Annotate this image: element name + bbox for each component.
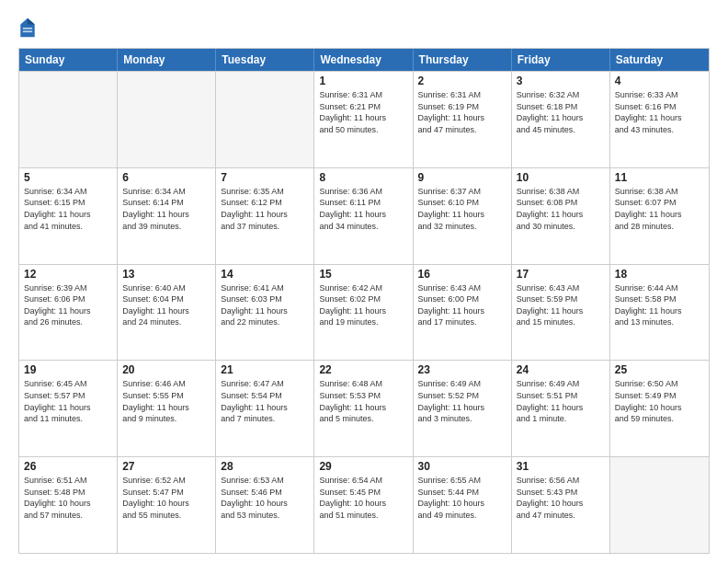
- day-info: Sunrise: 6:31 AM Sunset: 6:21 PM Dayligh…: [319, 89, 407, 135]
- weekday-header-saturday: Saturday: [610, 49, 709, 71]
- day-number: 23: [418, 363, 506, 376]
- calendar-day-13: 13Sunrise: 6:40 AM Sunset: 6:04 PM Dayli…: [118, 265, 216, 361]
- day-number: 18: [615, 268, 704, 281]
- calendar-day-5: 5Sunrise: 6:34 AM Sunset: 6:15 PM Daylig…: [19, 168, 118, 264]
- calendar-empty-cell: [610, 457, 709, 553]
- calendar-day-16: 16Sunrise: 6:43 AM Sunset: 6:00 PM Dayli…: [414, 265, 512, 361]
- calendar-page: SundayMondayTuesdayWednesdayThursdayFrid…: [0, 0, 728, 563]
- day-info: Sunrise: 6:40 AM Sunset: 6:04 PM Dayligh…: [122, 282, 210, 328]
- calendar-row-2: 12Sunrise: 6:39 AM Sunset: 6:06 PM Dayli…: [19, 264, 709, 361]
- logo-icon: [18, 17, 37, 39]
- day-number: 20: [122, 363, 210, 376]
- calendar-day-17: 17Sunrise: 6:43 AM Sunset: 5:59 PM Dayli…: [512, 265, 610, 361]
- calendar-day-3: 3Sunrise: 6:32 AM Sunset: 6:18 PM Daylig…: [512, 72, 610, 167]
- day-number: 19: [24, 363, 112, 376]
- day-info: Sunrise: 6:45 AM Sunset: 5:57 PM Dayligh…: [24, 378, 112, 424]
- day-info: Sunrise: 6:48 AM Sunset: 5:53 PM Dayligh…: [319, 378, 407, 424]
- day-info: Sunrise: 6:33 AM Sunset: 6:16 PM Dayligh…: [615, 89, 704, 135]
- calendar-day-10: 10Sunrise: 6:38 AM Sunset: 6:08 PM Dayli…: [512, 168, 610, 264]
- calendar: SundayMondayTuesdayWednesdayThursdayFrid…: [18, 48, 710, 554]
- weekday-header-thursday: Thursday: [414, 49, 512, 71]
- day-info: Sunrise: 6:52 AM Sunset: 5:47 PM Dayligh…: [122, 475, 210, 521]
- day-info: Sunrise: 6:32 AM Sunset: 6:18 PM Dayligh…: [517, 89, 605, 135]
- day-info: Sunrise: 6:49 AM Sunset: 5:51 PM Dayligh…: [517, 378, 605, 424]
- day-number: 22: [319, 363, 407, 376]
- calendar-day-23: 23Sunrise: 6:49 AM Sunset: 5:52 PM Dayli…: [414, 361, 512, 456]
- svg-rect-2: [23, 28, 32, 29]
- day-info: Sunrise: 6:35 AM Sunset: 6:12 PM Dayligh…: [221, 186, 309, 232]
- calendar-day-18: 18Sunrise: 6:44 AM Sunset: 5:58 PM Dayli…: [610, 265, 709, 361]
- day-info: Sunrise: 6:43 AM Sunset: 6:00 PM Dayligh…: [418, 282, 506, 328]
- day-number: 29: [319, 460, 407, 473]
- day-number: 15: [319, 268, 407, 281]
- day-info: Sunrise: 6:46 AM Sunset: 5:55 PM Dayligh…: [122, 378, 210, 424]
- calendar-empty-cell: [19, 72, 118, 167]
- day-number: 14: [221, 268, 309, 281]
- day-info: Sunrise: 6:51 AM Sunset: 5:48 PM Dayligh…: [24, 475, 112, 521]
- calendar-empty-cell: [216, 72, 314, 167]
- calendar-day-21: 21Sunrise: 6:47 AM Sunset: 5:54 PM Dayli…: [216, 361, 314, 456]
- day-number: 16: [418, 268, 506, 281]
- day-info: Sunrise: 6:38 AM Sunset: 6:08 PM Dayligh…: [517, 186, 605, 232]
- day-number: 24: [517, 363, 605, 376]
- calendar-day-4: 4Sunrise: 6:33 AM Sunset: 6:16 PM Daylig…: [610, 72, 709, 167]
- logo: [18, 17, 40, 39]
- calendar-header: SundayMondayTuesdayWednesdayThursdayFrid…: [19, 49, 709, 71]
- day-info: Sunrise: 6:36 AM Sunset: 6:11 PM Dayligh…: [319, 186, 407, 232]
- weekday-header-monday: Monday: [118, 49, 216, 71]
- calendar-day-9: 9Sunrise: 6:37 AM Sunset: 6:10 PM Daylig…: [414, 168, 512, 264]
- weekday-header-friday: Friday: [512, 49, 610, 71]
- calendar-day-28: 28Sunrise: 6:53 AM Sunset: 5:46 PM Dayli…: [216, 457, 314, 553]
- calendar-day-24: 24Sunrise: 6:49 AM Sunset: 5:51 PM Dayli…: [512, 361, 610, 456]
- day-info: Sunrise: 6:50 AM Sunset: 5:49 PM Dayligh…: [615, 378, 704, 424]
- calendar-day-1: 1Sunrise: 6:31 AM Sunset: 6:21 PM Daylig…: [314, 72, 413, 167]
- day-number: 31: [517, 460, 605, 473]
- day-number: 12: [24, 268, 112, 281]
- day-number: 10: [517, 171, 605, 184]
- calendar-day-29: 29Sunrise: 6:54 AM Sunset: 5:45 PM Dayli…: [314, 457, 413, 553]
- weekday-header-tuesday: Tuesday: [216, 49, 314, 71]
- calendar-day-20: 20Sunrise: 6:46 AM Sunset: 5:55 PM Dayli…: [118, 361, 216, 456]
- day-number: 27: [122, 460, 210, 473]
- day-number: 6: [122, 171, 210, 184]
- day-info: Sunrise: 6:41 AM Sunset: 6:03 PM Dayligh…: [221, 282, 309, 328]
- day-number: 3: [517, 75, 605, 87]
- calendar-day-7: 7Sunrise: 6:35 AM Sunset: 6:12 PM Daylig…: [216, 168, 314, 264]
- svg-marker-1: [28, 18, 35, 25]
- day-number: 8: [319, 171, 407, 184]
- calendar-day-12: 12Sunrise: 6:39 AM Sunset: 6:06 PM Dayli…: [19, 265, 118, 361]
- day-number: 21: [221, 363, 309, 376]
- weekday-header-wednesday: Wednesday: [314, 49, 413, 71]
- day-number: 9: [418, 171, 506, 184]
- day-number: 7: [221, 171, 309, 184]
- day-info: Sunrise: 6:56 AM Sunset: 5:43 PM Dayligh…: [517, 475, 605, 521]
- calendar-row-3: 19Sunrise: 6:45 AM Sunset: 5:57 PM Dayli…: [19, 360, 709, 456]
- day-info: Sunrise: 6:38 AM Sunset: 6:07 PM Dayligh…: [615, 186, 704, 232]
- calendar-row-1: 5Sunrise: 6:34 AM Sunset: 6:15 PM Daylig…: [19, 167, 709, 264]
- calendar-day-27: 27Sunrise: 6:52 AM Sunset: 5:47 PM Dayli…: [118, 457, 216, 553]
- day-info: Sunrise: 6:39 AM Sunset: 6:06 PM Dayligh…: [24, 282, 112, 328]
- weekday-header-sunday: Sunday: [19, 49, 118, 71]
- day-number: 4: [615, 75, 704, 87]
- calendar-day-22: 22Sunrise: 6:48 AM Sunset: 5:53 PM Dayli…: [314, 361, 413, 456]
- day-number: 5: [24, 171, 112, 184]
- calendar-row-4: 26Sunrise: 6:51 AM Sunset: 5:48 PM Dayli…: [19, 456, 709, 553]
- day-info: Sunrise: 6:31 AM Sunset: 6:19 PM Dayligh…: [418, 89, 506, 135]
- day-info: Sunrise: 6:44 AM Sunset: 5:58 PM Dayligh…: [615, 282, 704, 328]
- day-info: Sunrise: 6:49 AM Sunset: 5:52 PM Dayligh…: [418, 378, 506, 424]
- day-number: 1: [319, 75, 407, 87]
- calendar-day-14: 14Sunrise: 6:41 AM Sunset: 6:03 PM Dayli…: [216, 265, 314, 361]
- day-info: Sunrise: 6:42 AM Sunset: 6:02 PM Dayligh…: [319, 282, 407, 328]
- header: [18, 17, 710, 39]
- day-number: 30: [418, 460, 506, 473]
- day-info: Sunrise: 6:37 AM Sunset: 6:10 PM Dayligh…: [418, 186, 506, 232]
- calendar-day-26: 26Sunrise: 6:51 AM Sunset: 5:48 PM Dayli…: [19, 457, 118, 553]
- calendar-day-25: 25Sunrise: 6:50 AM Sunset: 5:49 PM Dayli…: [610, 361, 709, 456]
- day-info: Sunrise: 6:55 AM Sunset: 5:44 PM Dayligh…: [418, 475, 506, 521]
- day-info: Sunrise: 6:43 AM Sunset: 5:59 PM Dayligh…: [517, 282, 605, 328]
- calendar-row-0: 1Sunrise: 6:31 AM Sunset: 6:21 PM Daylig…: [19, 71, 709, 167]
- day-number: 28: [221, 460, 309, 473]
- calendar-day-15: 15Sunrise: 6:42 AM Sunset: 6:02 PM Dayli…: [314, 265, 413, 361]
- svg-rect-3: [23, 30, 32, 32]
- day-info: Sunrise: 6:34 AM Sunset: 6:14 PM Dayligh…: [122, 186, 210, 232]
